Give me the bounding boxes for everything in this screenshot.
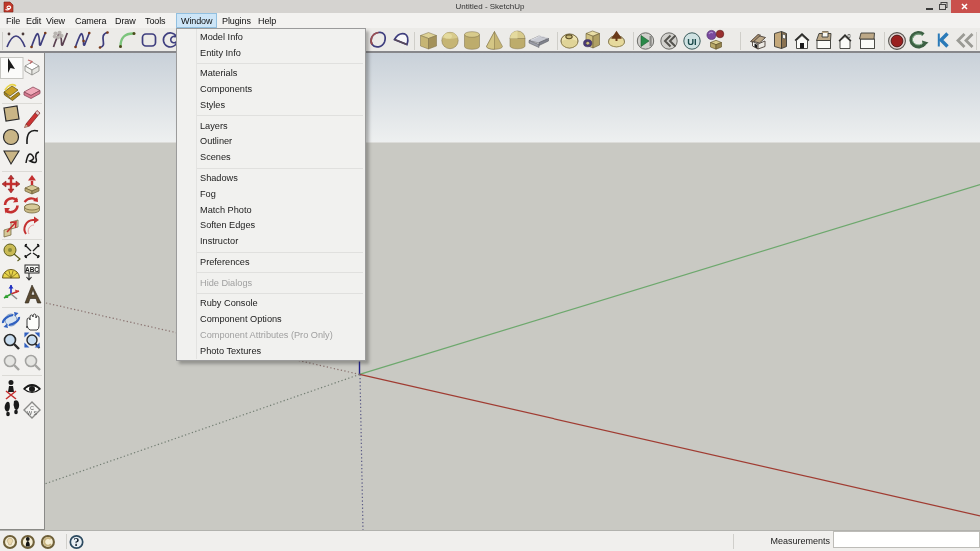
svg-text:W S: W S (27, 410, 37, 416)
svg-text:UI: UI (687, 36, 697, 47)
svg-text:ABC: ABC (25, 266, 39, 273)
svg-text:?: ? (74, 535, 80, 549)
